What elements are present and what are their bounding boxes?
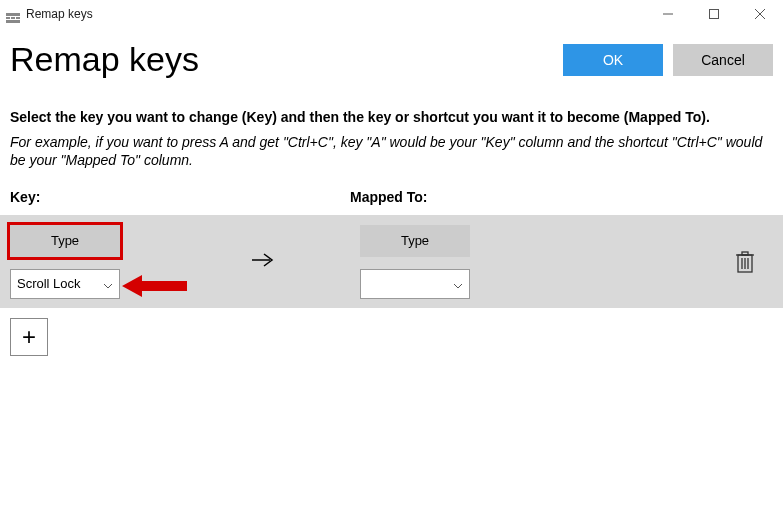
minimize-button[interactable] [645, 0, 691, 28]
ok-button[interactable]: OK [563, 44, 663, 76]
instructions-italic: For example, if you want to press A and … [10, 133, 773, 169]
window-controls [645, 0, 783, 28]
content-area: Remap keys OK Cancel Select the key you … [0, 40, 783, 356]
mapped-type-button[interactable]: Type [360, 225, 470, 257]
titlebar-left: Remap keys [6, 7, 93, 21]
column-headers: Key: Mapped To: [10, 189, 773, 205]
chevron-down-icon [103, 279, 113, 289]
key-type-button[interactable]: Type [10, 225, 120, 257]
key-column-header: Key: [10, 189, 350, 205]
svg-rect-3 [16, 17, 20, 19]
mapped-cell: Type [360, 225, 560, 299]
instructions: Select the key you want to change (Key) … [10, 109, 773, 169]
key-dropdown[interactable]: Scroll Lock [10, 269, 120, 299]
svg-rect-15 [742, 252, 748, 255]
add-row-button[interactable]: + [10, 318, 48, 356]
window-title: Remap keys [26, 7, 93, 21]
chevron-down-icon [453, 279, 463, 289]
mapping-row: Type Scroll Lock Type [0, 215, 783, 308]
svg-rect-6 [710, 10, 719, 19]
add-row-area: + [10, 318, 773, 356]
maximize-button[interactable] [691, 0, 737, 28]
cancel-button[interactable]: Cancel [673, 44, 773, 76]
titlebar: Remap keys [0, 0, 783, 28]
delete-cell [735, 250, 773, 274]
svg-rect-1 [6, 17, 10, 19]
app-icon [6, 9, 20, 19]
key-dropdown-value: Scroll Lock [17, 276, 81, 291]
svg-rect-2 [11, 17, 15, 19]
instructions-bold: Select the key you want to change (Key) … [10, 109, 773, 125]
plus-icon: + [22, 325, 36, 349]
svg-rect-0 [6, 13, 20, 16]
key-cell: Type Scroll Lock [10, 225, 210, 299]
header-buttons: OK Cancel [563, 44, 773, 76]
mapped-column-header: Mapped To: [350, 189, 773, 205]
mapped-dropdown[interactable] [360, 269, 470, 299]
close-button[interactable] [737, 0, 783, 28]
maps-to-arrow-icon [250, 250, 276, 274]
arrow-cell [210, 250, 360, 274]
delete-row-button[interactable] [735, 250, 755, 274]
page-title: Remap keys [10, 40, 199, 79]
svg-rect-4 [6, 20, 20, 23]
header-row: Remap keys OK Cancel [10, 40, 773, 79]
